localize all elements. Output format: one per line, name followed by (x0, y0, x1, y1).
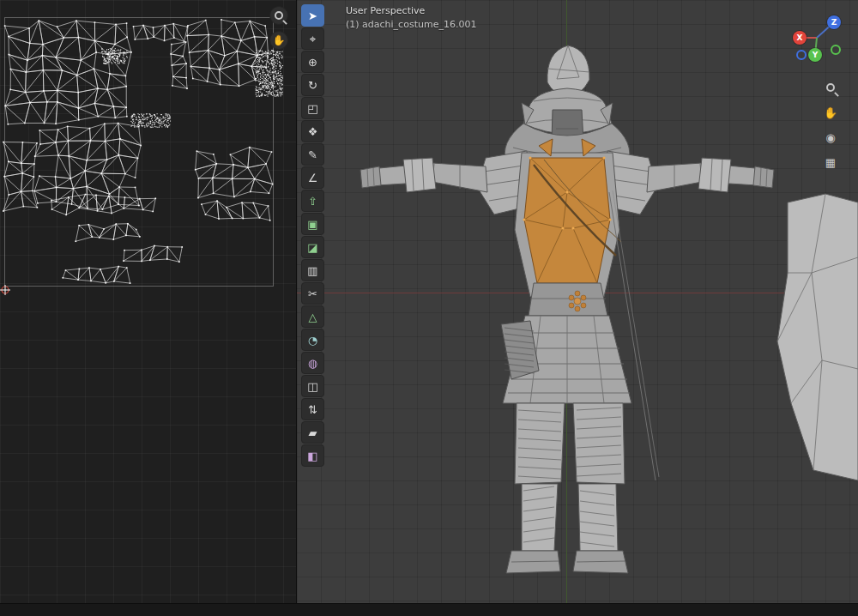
gizmo-axis-z-neg[interactable] (796, 50, 807, 60)
nav-gizmo[interactable]: XZY (789, 10, 844, 65)
inset-faces-tool[interactable]: ▣ (301, 213, 324, 235)
rip-region-tool[interactable]: ◧ (301, 444, 324, 467)
loop-cut-tool[interactable]: ▥ (301, 259, 324, 281)
poly-build-tool[interactable]: △ (301, 305, 324, 328)
viewport-side-icons: ✋◉▦ (822, 79, 839, 171)
edge-slide-tool[interactable]: ◫ (301, 375, 324, 397)
shear-tool[interactable]: ▰ (301, 421, 324, 444)
pan-hand-icon[interactable]: ✋ (269, 31, 288, 50)
measure-tool[interactable]: ∠ (301, 166, 324, 189)
annotate-tool[interactable]: ✎ (301, 143, 324, 166)
model-samurai-body[interactable] (360, 45, 774, 573)
gizmo-axis-y[interactable]: Y (808, 48, 822, 62)
shrink-fatten-tool[interactable]: ⇅ (301, 398, 324, 420)
gizmo-axis-x[interactable]: X (793, 31, 807, 45)
knife-tool[interactable]: ✂ (301, 282, 324, 305)
rotate-tool[interactable]: ↻ (301, 74, 324, 96)
move-tool[interactable]: ⊕ (301, 51, 324, 73)
spin-tool[interactable]: ◔ (301, 329, 324, 351)
selected-chest-armor[interactable] (524, 158, 610, 283)
gizmo-axis-z[interactable]: Z (827, 15, 841, 29)
viewport-perspective-label: User Perspective (346, 5, 425, 16)
bevel-tool[interactable]: ◪ (301, 236, 324, 258)
cursor-tool[interactable]: ⌖ (301, 27, 324, 50)
viewport-3d[interactable]: User Perspective (1) adachi_costume_16.0… (297, 0, 858, 603)
toolbar: ➤⌖⊕↻◰❖✎∠⇧▣◪▥✂△◔◍◫⇅▰◧ (301, 4, 324, 467)
pan-hand-icon[interactable]: ✋ (822, 104, 839, 121)
model-samurai[interactable] (297, 0, 858, 603)
scale-tool[interactable]: ◰ (301, 97, 324, 119)
camera-view-icon[interactable]: ◉ (822, 129, 839, 146)
uv-wireframe-canvas[interactable] (0, 0, 297, 603)
uv-editor-panel[interactable]: ✋ (0, 0, 297, 603)
viewport-object-label: (1) adachi_costume_16.001 (346, 19, 476, 30)
blender-window: ✋ User Perspective (1) adachi_costume_16… (0, 0, 858, 616)
grid-ortho-icon[interactable]: ▦ (822, 154, 839, 171)
uv-panel-icons: ✋ (269, 6, 288, 50)
zoom-icon[interactable] (822, 79, 839, 96)
transform-tool[interactable]: ❖ (301, 120, 324, 142)
gizmo-axis-y-neg[interactable] (831, 45, 841, 55)
status-strip (0, 603, 858, 616)
smooth-tool[interactable]: ◍ (301, 352, 324, 374)
zoom-icon[interactable] (269, 6, 288, 25)
extrude-region-tool[interactable]: ⇧ (301, 190, 324, 212)
select-box-tool[interactable]: ➤ (301, 4, 324, 27)
model-cape[interactable] (777, 194, 858, 480)
